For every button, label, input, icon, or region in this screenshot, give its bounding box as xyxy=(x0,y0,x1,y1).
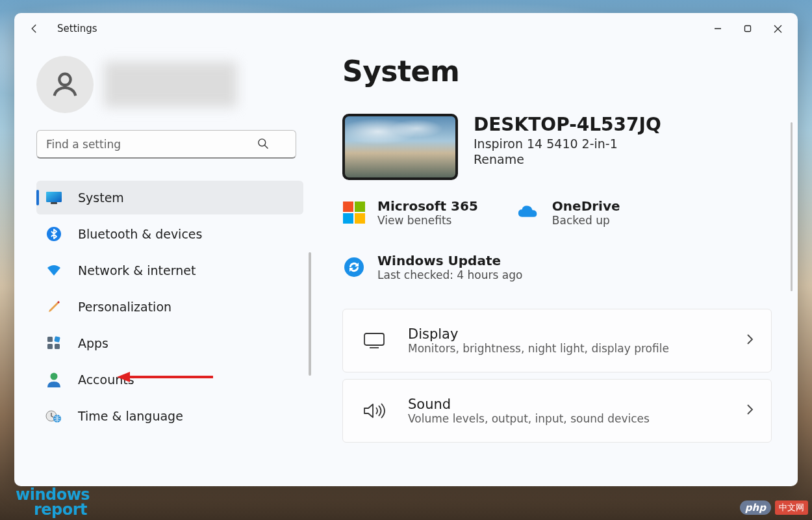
close-button[interactable] xyxy=(763,16,793,41)
card-sound[interactable]: Sound Volume levels, output, input, soun… xyxy=(342,379,772,443)
chevron-right-icon xyxy=(745,333,754,348)
sidebar-item-personalization[interactable]: Personalization xyxy=(36,290,303,324)
svg-point-16 xyxy=(344,257,364,277)
search-box[interactable] xyxy=(36,130,303,159)
settings-cards: Display Monitors, brightness, night ligh… xyxy=(342,309,772,443)
watermark-windowsreport: windows report xyxy=(16,488,90,517)
clock-globe-icon xyxy=(45,408,62,424)
nav-list: System Bluetooth & devices Network & int… xyxy=(36,181,303,433)
card-title: Sound xyxy=(408,396,726,412)
card-title: Display xyxy=(408,326,726,342)
sidebar-item-system[interactable]: System xyxy=(36,181,303,214)
svg-line-4 xyxy=(265,146,268,149)
tile-title: Microsoft 365 xyxy=(377,198,478,214)
sidebar-item-apps[interactable]: Apps xyxy=(36,326,303,360)
svg-rect-17 xyxy=(364,333,384,345)
paintbrush-icon xyxy=(45,298,62,315)
tile-title: OneDrive xyxy=(552,198,620,214)
device-model: Inspiron 14 5410 2-in-1 xyxy=(474,136,661,151)
card-subtitle: Monitors, brightness, night light, displ… xyxy=(408,342,726,355)
status-tiles: Microsoft 365 View benefits OneDrive Bac… xyxy=(342,198,772,281)
svg-rect-10 xyxy=(54,336,60,342)
rename-link[interactable]: Rename xyxy=(474,152,661,166)
svg-point-2 xyxy=(59,74,70,85)
search-icon xyxy=(257,137,270,153)
person-icon xyxy=(45,371,62,388)
sidebar-item-label: Personalization xyxy=(78,300,171,314)
svg-rect-6 xyxy=(46,192,62,202)
minimize-button[interactable] xyxy=(703,16,733,41)
svg-rect-7 xyxy=(51,202,57,204)
titlebar: Settings xyxy=(14,13,798,44)
settings-window: Settings xyxy=(14,13,798,486)
tile-title: Windows Update xyxy=(377,253,522,268)
tile-microsoft-365[interactable]: Microsoft 365 View benefits xyxy=(342,198,478,227)
window-title: Settings xyxy=(57,23,97,34)
device-summary: DESKTOP-4L537JQ Inspiron 14 5410 2-in-1 … xyxy=(342,114,772,180)
maximize-button[interactable] xyxy=(733,16,763,41)
update-icon xyxy=(342,255,366,279)
tile-windows-update[interactable]: Windows Update Last checked: 4 hours ago xyxy=(342,253,522,281)
sidebar-item-label: Time & language xyxy=(78,409,183,423)
card-display[interactable]: Display Monitors, brightness, night ligh… xyxy=(342,309,772,372)
svg-point-3 xyxy=(259,139,266,146)
device-name: DESKTOP-4L537JQ xyxy=(474,114,661,135)
tile-subtitle: Backed up xyxy=(552,214,620,227)
chevron-right-icon xyxy=(745,403,754,419)
main-scrollbar[interactable] xyxy=(791,122,793,291)
wifi-icon xyxy=(45,262,62,279)
sound-icon xyxy=(360,402,388,420)
bluetooth-icon xyxy=(45,226,62,242)
microsoft-logo-icon xyxy=(342,201,366,224)
tile-subtitle: View benefits xyxy=(377,214,478,227)
sidebar-item-label: Network & internet xyxy=(78,263,196,278)
onedrive-icon xyxy=(517,201,540,224)
tile-onedrive[interactable]: OneDrive Backed up xyxy=(517,198,620,227)
sidebar-item-bluetooth[interactable]: Bluetooth & devices xyxy=(36,217,303,251)
avatar xyxy=(36,56,94,113)
sidebar-item-time-language[interactable]: Time & language xyxy=(36,399,303,433)
apps-icon xyxy=(45,335,62,352)
sidebar: System Bluetooth & devices Network & int… xyxy=(14,44,310,486)
svg-rect-12 xyxy=(55,344,60,349)
sidebar-item-accounts[interactable]: Accounts xyxy=(36,363,303,396)
sidebar-item-network[interactable]: Network & internet xyxy=(36,254,303,287)
svg-rect-9 xyxy=(47,337,53,342)
svg-rect-11 xyxy=(47,344,53,349)
sidebar-item-label: System xyxy=(78,190,124,205)
svg-point-13 xyxy=(51,373,58,380)
sidebar-item-label: Accounts xyxy=(78,372,134,387)
svg-rect-1 xyxy=(745,26,751,32)
back-button[interactable] xyxy=(23,18,45,40)
card-subtitle: Volume levels, output, input, sound devi… xyxy=(408,412,726,425)
page-title: System xyxy=(342,55,772,88)
main-pane: System DESKTOP-4L537JQ Inspiron 14 5410 … xyxy=(310,44,798,486)
profile-block[interactable] xyxy=(36,56,303,113)
profile-name-redacted xyxy=(104,62,237,107)
display-icon xyxy=(360,332,388,349)
desktop-preview-thumbnail[interactable] xyxy=(342,114,458,180)
sidebar-item-label: Bluetooth & devices xyxy=(78,227,202,241)
watermark-php-cn: php 中文网 xyxy=(740,500,808,515)
tile-subtitle: Last checked: 4 hours ago xyxy=(377,268,522,281)
monitor-icon xyxy=(45,189,62,206)
sidebar-item-label: Apps xyxy=(78,336,108,350)
